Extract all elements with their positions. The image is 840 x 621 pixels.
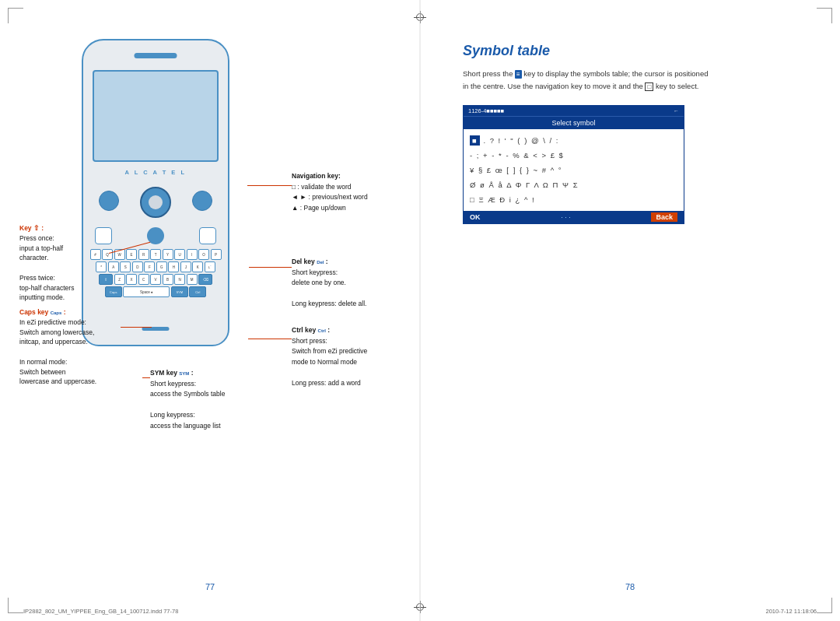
key-b[interactable]: B bbox=[163, 274, 173, 285]
sym-status-text: 1126-4■■■■■ bbox=[468, 107, 504, 114]
ann-key-title: Key ⇧ : bbox=[19, 224, 44, 232]
key-p[interactable]: P bbox=[211, 249, 222, 260]
annotation-ctrl: Ctrl key Ctrl : Short press: Switch from… bbox=[292, 325, 404, 389]
footer-right: 2010-7-12 11:18:06 bbox=[766, 608, 817, 615]
ann-key-line5: top-half characters bbox=[19, 284, 74, 292]
corner-br bbox=[817, 598, 832, 613]
ann-nav-line2: ◄ ► : previous/next word bbox=[292, 193, 368, 201]
ann-sym-line3: Long keypress: bbox=[150, 411, 195, 419]
key-space[interactable]: Space ♠ bbox=[123, 286, 170, 297]
ann-ctrl-line1: Short press: bbox=[292, 337, 327, 345]
annotation-nav: Navigation key: □ : validate the word ◄ … bbox=[292, 171, 401, 213]
intro-part1: Short press the bbox=[463, 69, 515, 78]
annotation-sym: SYM key SYM : Short keypress: access the… bbox=[150, 368, 267, 432]
ann-caps-line2: Switch among lowercase, bbox=[19, 328, 94, 336]
sym-selected-cell: ■ bbox=[470, 135, 480, 146]
sym-row-5: □ Ξ Æ Ð i ¿ ^ ! bbox=[470, 192, 677, 207]
callout-ctrl-line bbox=[248, 339, 292, 339]
ann-caps-line4: In normal mode: bbox=[19, 358, 67, 366]
key-ctrl[interactable]: Ctrl bbox=[189, 286, 206, 297]
nav-cluster bbox=[95, 181, 216, 223]
ann-ctrl-title: Ctrl key Ctrl : bbox=[292, 326, 330, 334]
ann-key-line4: Press twice: bbox=[19, 274, 55, 282]
key-sym[interactable]: SYM bbox=[171, 286, 188, 297]
ann-caps-line1: In eZi predictive mode: bbox=[19, 318, 86, 326]
key-z[interactable]: Z bbox=[114, 274, 125, 285]
ann-ctrl-line3: mode to Normal mode bbox=[292, 358, 357, 366]
footer: IP2882_802_UM_YIPPEE_Eng_GB_14_100712.in… bbox=[23, 608, 817, 615]
ann-nav-line1: □ : validate the word bbox=[292, 183, 351, 191]
ann-ctrl-line2: Switch from eZi predictive bbox=[292, 347, 367, 355]
key-f[interactable]: F bbox=[144, 261, 155, 272]
sym-ok-btn[interactable]: OK bbox=[470, 213, 481, 221]
section-title: Symbol table bbox=[463, 43, 550, 59]
intro-part3: key to select. bbox=[653, 82, 698, 90]
key-v[interactable]: V bbox=[150, 274, 161, 285]
key-t[interactable]: T bbox=[150, 249, 161, 260]
nav-key-icon: □ bbox=[645, 82, 653, 91]
key-u[interactable]: U bbox=[174, 249, 185, 260]
ann-caps-line3: initcap, and uppercase. bbox=[19, 338, 88, 346]
ann-del-line1: Short keypress: bbox=[292, 268, 338, 276]
sym-footer-bar: OK · · · Back bbox=[464, 211, 684, 223]
key-a[interactable]: A bbox=[108, 261, 119, 272]
ann-del-line3: Long keypress: delete all. bbox=[292, 300, 366, 307]
key-r[interactable]: R bbox=[138, 249, 149, 260]
sym-row-1: ■ . ? ! ' " ( ) @ \ / : bbox=[470, 133, 677, 148]
key-c[interactable]: C bbox=[138, 274, 149, 285]
phone-speaker bbox=[135, 53, 177, 58]
key-o[interactable]: O bbox=[198, 249, 209, 260]
ann-sym-line1: Short keypress: bbox=[150, 380, 196, 388]
key-x[interactable]: X bbox=[126, 274, 137, 285]
sym-row-3: ¥ § £ œ [ ] { } ~ # ^ ° bbox=[470, 163, 677, 177]
nav-center-inner bbox=[149, 195, 163, 209]
annotation-key: Key ⇧ : Press once: input a top-half cha… bbox=[19, 223, 109, 303]
right-side-btn[interactable] bbox=[199, 227, 216, 244]
key-del[interactable]: ⌫ bbox=[198, 274, 212, 285]
symbol-table-ui: 1126-4■■■■■ ← Select symbol ■ . ? ! ' " … bbox=[463, 105, 684, 224]
callout-caps-line bbox=[121, 327, 152, 328]
sym-dots: · · · bbox=[561, 213, 571, 221]
key-i[interactable]: I bbox=[187, 249, 198, 260]
ann-caps-line6: lowercase and uppercase. bbox=[19, 377, 96, 385]
sym-row-2: - ; + - * - % & < > £ $ bbox=[470, 148, 677, 163]
key-y[interactable]: Y bbox=[163, 249, 173, 260]
callout-del-line bbox=[249, 267, 292, 268]
ann-sym-line4: access the language list bbox=[150, 422, 221, 430]
key-m[interactable]: M bbox=[187, 274, 198, 285]
ann-key-line3: character. bbox=[19, 254, 48, 261]
key-g[interactable]: G bbox=[156, 261, 167, 272]
nav-right-btn[interactable] bbox=[192, 191, 212, 211]
sym-back-btn[interactable]: Back bbox=[651, 212, 677, 222]
sym-status-bar: 1126-4■■■■■ ← bbox=[464, 106, 684, 116]
phone-screen bbox=[93, 70, 219, 162]
ann-key-line1: Press once: bbox=[19, 234, 54, 242]
annotation-caps: Caps key Caps : In eZi predictive mode: … bbox=[19, 307, 121, 387]
sym-key-icon: ≡ bbox=[515, 70, 522, 79]
ann-key-line2: input a top-half bbox=[19, 244, 63, 252]
key-l[interactable]: L" bbox=[205, 261, 215, 272]
callout-nav-line bbox=[247, 185, 292, 186]
page-divider bbox=[420, 0, 421, 621]
sym-grid: ■ . ? ! ' " ( ) @ \ / : - ; + - * - % & … bbox=[464, 129, 684, 211]
key-d[interactable]: D bbox=[132, 261, 143, 272]
key-e[interactable]: E bbox=[126, 249, 137, 260]
ann-caps-line5: Switch between bbox=[19, 368, 66, 376]
section-title-text: Symbol table bbox=[463, 43, 550, 58]
key-j[interactable]: J bbox=[180, 261, 191, 272]
sym-select-label: Select symbol bbox=[551, 119, 595, 127]
phone-brand: A L C A T E L bbox=[124, 169, 186, 176]
ann-nav-line3: ▲ : Page up/down bbox=[292, 204, 346, 212]
key-n[interactable]: N bbox=[174, 274, 185, 285]
ann-caps-title: Caps key Caps : bbox=[19, 308, 66, 316]
ann-sym-line2: access the Symbols table bbox=[150, 390, 225, 398]
key-k[interactable]: K bbox=[192, 261, 203, 272]
page-number-77: 77 bbox=[205, 582, 215, 591]
nav-center-btn[interactable] bbox=[140, 187, 171, 218]
key-h[interactable]: H bbox=[168, 261, 179, 272]
nav-left-btn[interactable] bbox=[99, 191, 119, 211]
key-s[interactable]: S bbox=[120, 261, 131, 272]
ann-sym-title: SYM key SYM : bbox=[150, 369, 194, 377]
side-buttons-row bbox=[95, 226, 216, 245]
sym-status-right: ← bbox=[674, 108, 679, 114]
